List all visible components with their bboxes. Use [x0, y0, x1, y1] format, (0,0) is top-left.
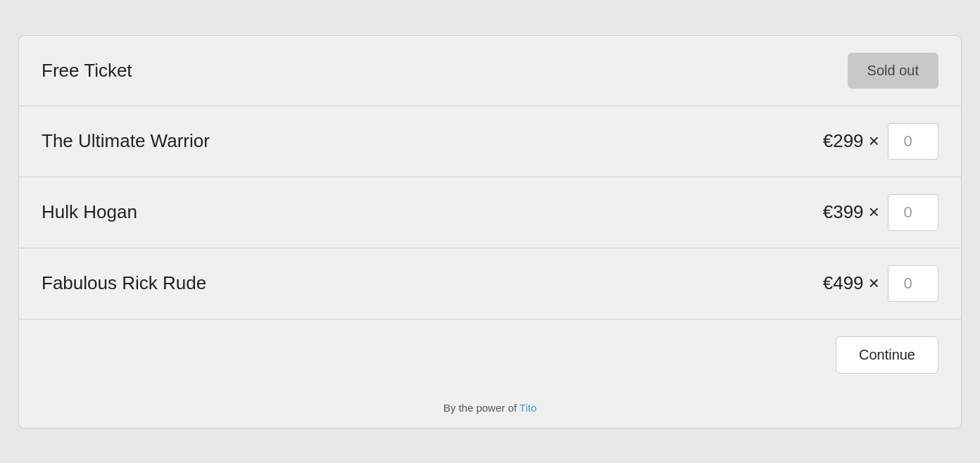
- ticket-right-warrior: €299 ×: [823, 123, 938, 160]
- ticket-price-warrior: €299 ×: [823, 130, 879, 152]
- ticket-price-rick-rude: €499 ×: [823, 272, 879, 294]
- ticket-right-hogan: €399 ×: [823, 194, 938, 231]
- ticket-row-free: Free Ticket Sold out: [19, 36, 961, 106]
- sold-out-button: Sold out: [848, 53, 938, 89]
- powered-by: By the power of Tito: [19, 391, 961, 428]
- ticket-name-hogan: Hulk Hogan: [42, 201, 137, 223]
- ticket-widget: Free Ticket Sold out The Ultimate Warrio…: [18, 35, 962, 429]
- quantity-input-rick-rude[interactable]: [888, 265, 938, 302]
- footer-row: Continue: [19, 319, 961, 391]
- ticket-name-free: Free Ticket: [42, 60, 132, 82]
- ticket-right-rick-rude: €499 ×: [823, 265, 938, 302]
- ticket-row-hogan: Hulk Hogan €399 ×: [19, 177, 961, 248]
- ticket-right-free: Sold out: [848, 53, 938, 89]
- continue-button[interactable]: Continue: [836, 336, 938, 374]
- ticket-row-rick-rude: Fabulous Rick Rude €499 ×: [19, 248, 961, 319]
- ticket-price-hogan: €399 ×: [823, 201, 879, 223]
- quantity-input-warrior[interactable]: [888, 123, 938, 160]
- ticket-row-warrior: The Ultimate Warrior €299 ×: [19, 106, 961, 177]
- ticket-name-rick-rude: Fabulous Rick Rude: [42, 272, 206, 294]
- tito-link[interactable]: Tito: [520, 402, 536, 414]
- ticket-name-warrior: The Ultimate Warrior: [42, 130, 210, 152]
- quantity-input-hogan[interactable]: [888, 194, 938, 231]
